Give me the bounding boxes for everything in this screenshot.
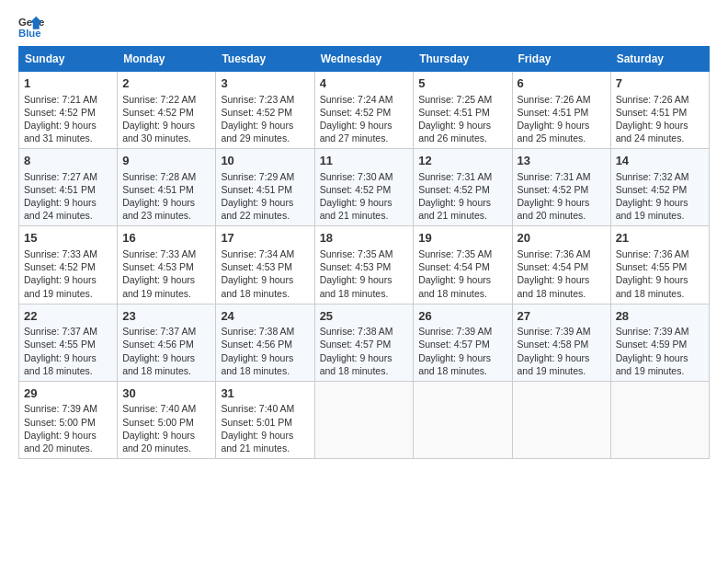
- day-info: Sunset: 4:52 PM: [320, 183, 409, 196]
- day-info: Sunrise: 7:38 AM: [320, 325, 409, 338]
- day-info: Daylight: 9 hours and 24 minutes.: [24, 196, 112, 222]
- day-number: 12: [418, 153, 506, 169]
- day-number: 13: [518, 153, 606, 169]
- day-info: Sunset: 5:00 PM: [122, 416, 210, 429]
- day-info: Sunrise: 7:32 AM: [616, 170, 704, 183]
- day-number: 1: [24, 75, 112, 92]
- day-info: Daylight: 9 hours and 18 minutes.: [418, 351, 506, 377]
- calendar-cell: 12Sunrise: 7:31 AMSunset: 4:52 PMDayligh…: [414, 149, 512, 226]
- day-info: Sunrise: 7:21 AM: [24, 93, 112, 106]
- day-info: Sunrise: 7:26 AM: [518, 93, 606, 106]
- day-info: Daylight: 9 hours and 18 minutes.: [518, 273, 606, 299]
- calendar-cell: 10Sunrise: 7:29 AMSunset: 4:51 PMDayligh…: [216, 149, 314, 226]
- day-info: Daylight: 9 hours and 20 minutes.: [518, 196, 606, 222]
- day-info: Sunset: 4:52 PM: [24, 106, 112, 119]
- calendar-cell: 25Sunrise: 7:38 AMSunset: 4:57 PMDayligh…: [314, 304, 414, 381]
- page-container: General Blue SundayMondayTuesdayWednesda…: [0, 0, 728, 468]
- day-info: Sunrise: 7:22 AM: [122, 93, 210, 106]
- day-info: Daylight: 9 hours and 19 minutes.: [24, 273, 112, 299]
- day-number: 15: [24, 230, 112, 247]
- day-number: 22: [24, 308, 112, 325]
- day-info: Sunset: 4:51 PM: [616, 106, 704, 119]
- day-info: Daylight: 9 hours and 18 minutes.: [221, 351, 309, 377]
- day-info: Daylight: 9 hours and 26 minutes.: [418, 119, 506, 144]
- calendar-cell: 3Sunrise: 7:23 AMSunset: 4:52 PMDaylight…: [216, 72, 314, 149]
- calendar-cell: 7Sunrise: 7:26 AMSunset: 4:51 PMDaylight…: [610, 72, 709, 149]
- calendar-cell: 4Sunrise: 7:24 AMSunset: 4:52 PMDaylight…: [314, 72, 414, 149]
- day-info: Daylight: 9 hours and 20 minutes.: [122, 429, 210, 454]
- calendar-cell: 1Sunrise: 7:21 AMSunset: 4:52 PMDaylight…: [19, 72, 118, 149]
- calendar-cell: 22Sunrise: 7:37 AMSunset: 4:55 PMDayligh…: [19, 304, 118, 381]
- day-info: Sunrise: 7:25 AM: [418, 93, 506, 106]
- weekday-header-monday: Monday: [118, 47, 216, 72]
- day-info: Sunrise: 7:28 AM: [122, 170, 210, 183]
- weekday-header-wednesday: Wednesday: [314, 47, 414, 72]
- logo: General Blue: [18, 15, 44, 40]
- week-row-1: 1Sunrise: 7:21 AMSunset: 4:52 PMDaylight…: [19, 72, 710, 149]
- day-info: Sunrise: 7:23 AM: [221, 93, 309, 106]
- day-info: Sunset: 4:51 PM: [221, 183, 309, 196]
- week-row-4: 22Sunrise: 7:37 AMSunset: 4:55 PMDayligh…: [19, 304, 710, 381]
- day-info: Daylight: 9 hours and 23 minutes.: [122, 196, 210, 222]
- day-info: Daylight: 9 hours and 30 minutes.: [122, 119, 210, 144]
- calendar-cell: 31Sunrise: 7:40 AMSunset: 5:01 PMDayligh…: [216, 381, 314, 458]
- day-info: Sunrise: 7:27 AM: [24, 170, 112, 183]
- day-info: Sunset: 4:56 PM: [122, 338, 210, 350]
- day-info: Daylight: 9 hours and 18 minutes.: [320, 273, 409, 299]
- calendar-table: SundayMondayTuesdayWednesdayThursdayFrid…: [18, 46, 710, 459]
- day-info: Sunset: 4:57 PM: [418, 338, 506, 350]
- day-number: 16: [122, 230, 210, 247]
- calendar-cell: 30Sunrise: 7:40 AMSunset: 5:00 PMDayligh…: [118, 381, 216, 458]
- weekday-header-row: SundayMondayTuesdayWednesdayThursdayFrid…: [19, 47, 710, 72]
- calendar-cell: [610, 381, 709, 458]
- day-info: Sunset: 5:01 PM: [221, 416, 309, 429]
- day-info: Sunrise: 7:29 AM: [221, 170, 309, 183]
- day-info: Sunset: 4:56 PM: [221, 338, 309, 350]
- day-info: Sunset: 4:59 PM: [616, 338, 704, 350]
- day-info: Daylight: 9 hours and 29 minutes.: [221, 119, 309, 144]
- day-number: 10: [221, 153, 309, 169]
- calendar-cell: 23Sunrise: 7:37 AMSunset: 4:56 PMDayligh…: [118, 304, 216, 381]
- day-info: Sunrise: 7:30 AM: [320, 170, 409, 183]
- day-number: 21: [616, 230, 704, 247]
- calendar-cell: 18Sunrise: 7:35 AMSunset: 4:53 PMDayligh…: [314, 226, 414, 304]
- day-info: Daylight: 9 hours and 22 minutes.: [221, 196, 309, 222]
- day-info: Daylight: 9 hours and 18 minutes.: [122, 351, 210, 377]
- day-info: Sunset: 4:53 PM: [122, 260, 210, 273]
- day-number: 14: [616, 153, 704, 169]
- day-info: Daylight: 9 hours and 19 minutes.: [122, 273, 210, 299]
- day-info: Sunset: 4:58 PM: [518, 338, 606, 350]
- day-info: Sunset: 4:57 PM: [320, 338, 409, 350]
- day-info: Sunrise: 7:24 AM: [320, 93, 409, 106]
- calendar-cell: 26Sunrise: 7:39 AMSunset: 4:57 PMDayligh…: [414, 304, 512, 381]
- day-number: 31: [221, 385, 309, 402]
- calendar-cell: 11Sunrise: 7:30 AMSunset: 4:52 PMDayligh…: [314, 149, 414, 226]
- calendar-cell: 13Sunrise: 7:31 AMSunset: 4:52 PMDayligh…: [512, 149, 610, 226]
- day-info: Sunrise: 7:26 AM: [616, 93, 704, 106]
- calendar-cell: 9Sunrise: 7:28 AMSunset: 4:51 PMDaylight…: [118, 149, 216, 226]
- day-number: 24: [221, 308, 309, 325]
- day-info: Sunset: 4:52 PM: [24, 260, 112, 273]
- day-info: Sunrise: 7:37 AM: [122, 325, 210, 338]
- day-info: Sunset: 4:55 PM: [24, 338, 112, 350]
- day-info: Daylight: 9 hours and 21 minutes.: [418, 196, 506, 222]
- day-info: Sunset: 4:52 PM: [221, 106, 309, 119]
- calendar-cell: [512, 381, 610, 458]
- day-info: Daylight: 9 hours and 18 minutes.: [418, 273, 506, 299]
- day-info: Sunset: 4:54 PM: [518, 260, 606, 273]
- day-info: Sunset: 4:53 PM: [320, 260, 409, 273]
- weekday-header-sunday: Sunday: [19, 47, 118, 72]
- calendar-cell: [414, 381, 512, 458]
- day-number: 2: [122, 75, 210, 92]
- day-info: Daylight: 9 hours and 18 minutes.: [616, 273, 704, 299]
- day-info: Sunrise: 7:33 AM: [122, 247, 210, 260]
- day-info: Sunrise: 7:39 AM: [418, 325, 506, 338]
- day-info: Sunrise: 7:39 AM: [616, 325, 704, 338]
- calendar-cell: 17Sunrise: 7:34 AMSunset: 4:53 PMDayligh…: [216, 226, 314, 304]
- weekday-header-thursday: Thursday: [414, 47, 512, 72]
- calendar-cell: 5Sunrise: 7:25 AMSunset: 4:51 PMDaylight…: [414, 72, 512, 149]
- day-info: Daylight: 9 hours and 25 minutes.: [518, 119, 606, 144]
- day-info: Daylight: 9 hours and 19 minutes.: [518, 351, 606, 377]
- day-info: Sunset: 4:51 PM: [24, 183, 112, 196]
- day-info: Sunrise: 7:39 AM: [518, 325, 606, 338]
